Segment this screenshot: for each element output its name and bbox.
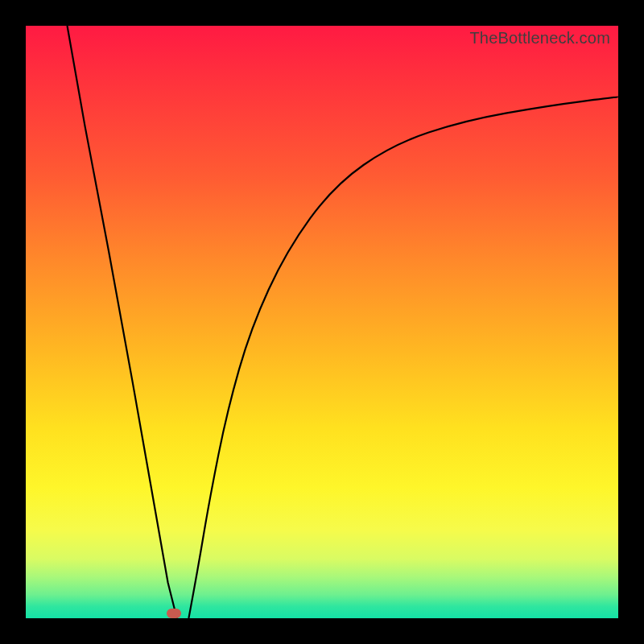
curve-left-branch xyxy=(68,26,177,618)
chart-frame: TheBottleneck.com xyxy=(0,0,644,644)
curve-layer xyxy=(26,26,618,618)
curve-right-branch xyxy=(188,97,618,618)
plot-area: TheBottleneck.com xyxy=(26,26,618,618)
minimum-marker xyxy=(167,609,181,618)
